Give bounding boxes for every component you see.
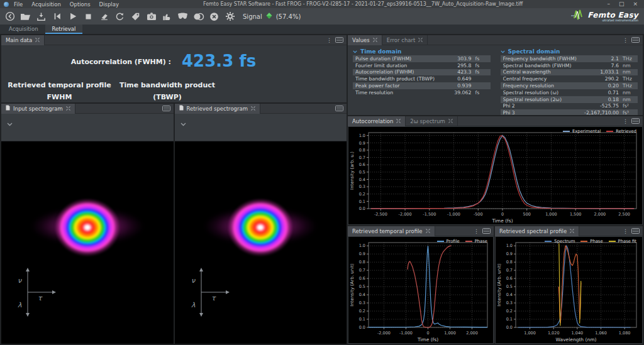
chevron-down-icon[interactable] [180, 117, 186, 129]
chevron-down-icon [353, 48, 357, 55]
panel-menu-icon[interactable]: ⋮ [623, 116, 628, 126]
error-chart-tab[interactable]: Error chart [382, 35, 428, 45]
svg-text:Intensity (Arb. unit): Intensity (Arb. unit) [497, 263, 502, 307]
expand-icon[interactable] [373, 37, 377, 43]
validate-button[interactable] [159, 9, 175, 24]
save-button[interactable] [33, 9, 49, 24]
row-label: Time bandwidth product (TBWP) [355, 76, 436, 82]
keyboard-icon[interactable] [335, 37, 343, 43]
close-button[interactable]: × [633, 0, 638, 8]
keyboard-icon[interactable] [631, 118, 640, 124]
thumbs-up-icon [162, 12, 172, 21]
history-icon [115, 12, 125, 21]
tab-acquisition[interactable]: Acquisition [2, 25, 45, 34]
keyboard-icon[interactable] [631, 37, 640, 43]
row-label: Central frequency [503, 76, 584, 82]
row-unit: nm [623, 97, 635, 102]
svg-text:1,000: 1,000 [444, 331, 456, 336]
close-session-button[interactable] [206, 9, 222, 24]
tab-retrieval[interactable]: Retrieval [45, 25, 83, 34]
keyboard-icon[interactable] [162, 106, 170, 111]
main-data-tab[interactable]: Main data [1, 35, 45, 45]
row-unit: nm [623, 90, 635, 96]
value-row: Autocorrelation (FWHM)423.3fs [353, 69, 491, 76]
temporal-profile-chart[interactable]: 0.00.10.20.30.40.50.60.70.80.91.0-2,000-… [348, 237, 493, 343]
settings-button[interactable] [222, 9, 238, 24]
chevron-down-icon[interactable] [7, 117, 13, 129]
toggle-button[interactable] [191, 9, 206, 24]
legend-swatch [545, 241, 552, 242]
page-icon [179, 105, 184, 112]
retrieved-spectrogram-tab[interactable]: Retrieved spectrogram [175, 104, 260, 114]
expand-icon[interactable] [396, 118, 401, 124]
erase-button[interactable] [96, 9, 112, 24]
step-button[interactable] [49, 9, 65, 24]
spectral-profile-chart[interactable]: 0.00.10.20.30.40.50.60.70.80.91.01,0001,… [496, 237, 642, 343]
menu-bar: File Acquisition Options Display [14, 1, 119, 8]
expand-icon[interactable] [35, 37, 40, 43]
retrieved-spectrogram-canvas[interactable]: ν λ τ [175, 141, 347, 344]
svg-text:0.0: 0.0 [359, 206, 365, 211]
panel-menu-icon[interactable]: ⋮ [474, 226, 479, 236]
mask-button[interactable] [175, 9, 191, 24]
row-value: 2.1 [584, 56, 619, 62]
value-row: Central wavelength1,033.1nm [501, 69, 638, 76]
spectral-domain-title[interactable]: Spectral domain [501, 47, 638, 55]
expand-icon[interactable] [426, 228, 430, 234]
svg-text:0.1: 0.1 [359, 199, 365, 204]
legend-swatch [606, 131, 613, 132]
play-button[interactable] [65, 9, 80, 24]
camera-icon [147, 12, 157, 21]
main-data-panel: Main data ⋮ Autocorrelation (FWHM) : 423… [1, 35, 347, 102]
input-spectrogram-canvas[interactable]: ν λ τ [1, 141, 174, 344]
svg-text:0.5: 0.5 [359, 284, 365, 289]
axis-lambda-label: λ [191, 301, 196, 309]
svg-text:0.8: 0.8 [359, 260, 365, 265]
menu-display[interactable]: Display [99, 1, 119, 8]
values-tab[interactable]: Values [348, 35, 382, 45]
svg-text:1,020: 1,020 [548, 331, 560, 336]
menu-options[interactable]: Options [70, 1, 91, 8]
expand-icon[interactable] [570, 228, 574, 234]
camera-button[interactable] [143, 9, 159, 24]
back-button[interactable] [2, 9, 18, 24]
autocorrelation-tab[interactable]: Autocorrelation [348, 116, 406, 126]
keyboard-icon[interactable] [335, 106, 343, 111]
time-domain-title[interactable]: Time domain [353, 47, 491, 55]
svg-text:0.5: 0.5 [359, 170, 365, 175]
play-icon [69, 12, 77, 21]
spectrogram-settings-strip [1, 114, 174, 141]
stop-button[interactable] [80, 9, 96, 24]
menu-file[interactable]: File [14, 1, 23, 8]
legend-label: Experimental [572, 129, 601, 134]
minimize-button[interactable]: – [607, 0, 610, 8]
expand-icon[interactable] [418, 37, 423, 43]
svg-text:-1,000: -1,000 [399, 331, 413, 336]
svg-text:0.0: 0.0 [359, 325, 365, 330]
temporal-profile-tab[interactable]: Retrieved temporal profile [348, 226, 435, 236]
spectral-profile-tab[interactable]: Retrieved spectral profile [495, 226, 579, 236]
panel-menu-icon[interactable]: ⋮ [623, 226, 628, 236]
panel-menu-icon[interactable]: ⋮ [326, 35, 332, 45]
spectrum-2w-tab[interactable]: 2ω spectrum [406, 116, 457, 126]
legend-swatch [609, 241, 616, 242]
open-button[interactable] [18, 9, 33, 24]
svg-text:0.7: 0.7 [359, 268, 365, 273]
input-spectrogram-tab[interactable]: Input spectrogram [1, 104, 75, 114]
legend-swatch [563, 131, 570, 132]
autocorrelation-chart[interactable]: 0.00.10.20.30.40.50.60.70.80.91.0-2,500-… [348, 127, 642, 224]
menu-acquisition[interactable]: Acquisition [31, 1, 61, 8]
keyboard-icon[interactable] [482, 228, 491, 234]
tag-button[interactable] [128, 9, 143, 24]
history-button[interactable] [112, 9, 128, 24]
panel-menu-icon[interactable]: ⋮ [623, 35, 628, 45]
expand-icon[interactable] [251, 106, 255, 112]
row-unit: THz [623, 56, 635, 62]
keyboard-icon[interactable] [631, 228, 640, 234]
expand-icon[interactable] [448, 118, 453, 124]
maximize-button[interactable]: □ [619, 0, 625, 8]
row-label: Pulse duration (FWHM) [355, 56, 436, 62]
close-circle-icon [209, 12, 219, 21]
expand-icon[interactable] [66, 106, 70, 112]
row-value: 290.2 [584, 76, 619, 82]
